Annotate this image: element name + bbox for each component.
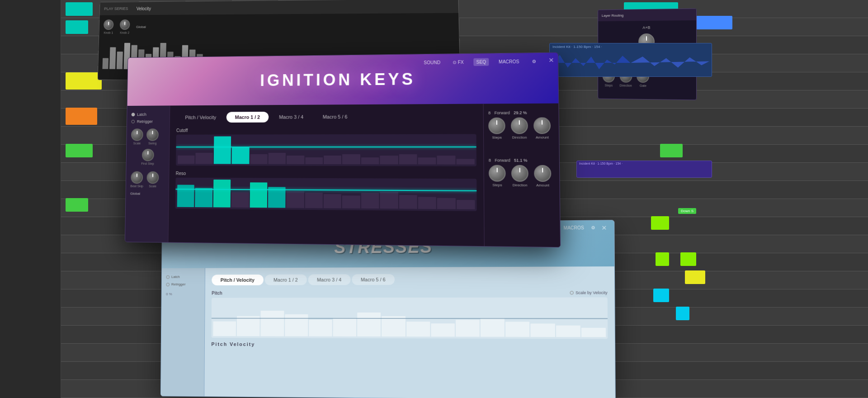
cutoff-cell-15[interactable] [437,156,456,165]
plugin-ignition-keys: SOUND ⊙ FX SEQ MACROS ⚙ IGNITION KEYS La… [125,52,561,247]
reso-cell-9[interactable] [324,194,341,208]
cutoff-cell-1[interactable] [178,156,195,164]
reso-grid [175,178,477,211]
cutoff-knobs-row: Steps Direction Amount [488,117,554,139]
down-label: Down S [678,208,696,214]
scale-by-velocity-label: Scale by Velocity [576,290,608,295]
pitch-cell-16[interactable] [581,327,606,337]
reso-cell-3-active[interactable] [213,180,231,208]
secondary-retrigger-radio[interactable] [166,283,170,286]
swing-knob[interactable] [146,128,159,141]
cutoff-cell-13[interactable] [399,154,417,164]
scale-velocity-radio[interactable] [570,291,574,294]
close-button[interactable]: ✕ [548,57,554,64]
pitch-cell-1[interactable] [213,322,236,336]
pitch-cell-3[interactable] [261,311,284,336]
nav-seq[interactable]: SEQ [473,58,489,66]
reso-cell-14[interactable] [418,197,436,209]
reso-amount-knob-label-group: Amount [534,165,551,188]
cutoff-cell-8[interactable] [305,157,323,164]
secondary-latch-radio[interactable] [166,275,170,279]
amount-label-cutoff: Amount [536,135,549,139]
reso-cell-5[interactable] [250,182,267,208]
pitch-cell-5[interactable] [309,320,332,336]
nav-sound[interactable]: SOUND [421,59,443,67]
cutoff-cell-3-active[interactable] [213,136,231,164]
sidebar-controls: Latch Retrigger Scale Swing [130,112,165,196]
reso-cell-8[interactable] [305,193,323,208]
reso-cell-15[interactable] [437,198,456,209]
cutoff-cell-4-active[interactable] [232,147,250,164]
cutoff-cell-12[interactable] [380,156,398,164]
secondary-tab-macro-3-4[interactable]: Macro 3 / 4 [308,274,350,285]
knob-1[interactable] [104,19,114,30]
first-step-label: First Step [141,162,154,165]
pitch-cell-13[interactable] [505,322,530,337]
nav-macros[interactable]: MACROS [496,58,522,66]
tab-macro-5-6[interactable]: Macro 5 / 6 [314,111,357,122]
cutoff-direction-knob[interactable] [511,117,528,134]
reso-cell-2[interactable] [195,188,212,207]
scale-knob[interactable] [131,128,143,141]
reso-cell-16[interactable] [457,200,475,209]
secondary-sidebar-controls: Latch Retrigger 0 % [166,275,200,296]
cutoff-cell-6[interactable] [268,153,286,164]
tab-pitch-velocity[interactable]: Pitch / Velocity [176,112,225,123]
reso-cell-11[interactable] [361,193,379,208]
pitch-cell-11[interactable] [456,320,480,336]
cutoff-cell-16[interactable] [456,159,475,165]
reso-amount-knob[interactable] [534,165,551,182]
cutoff-cell-7[interactable] [287,156,304,164]
nav-settings[interactable]: ⚙ [529,57,539,65]
reso-cell-12[interactable] [380,192,398,209]
tab-macro-3-4[interactable]: Macro 3 / 4 [270,112,312,123]
cutoff-amount-knob[interactable] [533,117,551,134]
secondary-nav-settings[interactable]: ⚙ [591,225,595,230]
pitch-cell-7[interactable] [357,313,381,336]
reso-cell-10[interactable] [342,195,360,208]
reso-cell-13[interactable] [399,195,417,208]
scale-knob-2[interactable] [146,171,159,184]
cutoff-cell-10[interactable] [342,154,360,164]
cutoff-cell-11[interactable] [361,157,379,165]
first-step-knob[interactable] [142,149,154,161]
reso-direction-knob[interactable] [511,165,528,182]
pitch-cell-14[interactable] [531,324,555,337]
knob-2[interactable] [120,19,130,30]
pitch-cell-2[interactable] [237,316,260,336]
cutoff-cell-9[interactable] [324,156,341,164]
secondary-body: Latch Retrigger 0 % Pitch / Velocity Mac… [161,266,615,398]
reso-cell-7[interactable] [287,191,304,208]
incident-kit-label-2: Incident Kit · 1-150 Bpm · 154 · [577,161,712,166]
cutoff-cell-5[interactable] [250,154,268,164]
steps-label-reso: Steps [492,183,502,187]
nav-fx[interactable]: ⊙ FX [450,58,466,66]
beat-skip-knob[interactable] [131,171,143,184]
tab-macro-1-2[interactable]: Macro 1 / 2 [226,112,269,123]
secondary-tab-pitch-velocity[interactable]: Pitch / Velocity [212,275,263,285]
reso-direction-knob-label-group: Direction [511,165,528,187]
pitch-cell-15[interactable] [556,326,580,337]
cutoff-cell-2[interactable] [196,153,213,164]
secondary-nav-macros[interactable]: MACROS [564,225,584,230]
pitch-cell-6[interactable] [333,318,356,336]
knob-group-2: Knob 2 [120,19,130,34]
track-block [66,198,88,212]
pitch-cell-8[interactable] [382,316,405,336]
beat-skip-knob-group: Beat Skip [130,171,143,188]
pitch-cell-10[interactable] [431,323,455,336]
pitch-cell-9[interactable] [406,322,430,336]
reso-cell-4[interactable] [231,192,249,208]
cutoff-steps-knob[interactable] [488,118,505,134]
cutoff-cell-14[interactable] [418,157,436,165]
topright-layer-routing: Layer Routing [602,14,624,18]
secondary-close-button[interactable]: ✕ [601,224,607,232]
latch-radio[interactable] [132,113,135,116]
reso-steps-knob[interactable] [489,165,506,182]
pitch-cell-12[interactable] [481,318,505,337]
ignition-keys-tabs: Pitch / Velocity Macro 1 / 2 Macro 3 / 4… [176,111,476,123]
retrigger-radio[interactable] [131,120,135,123]
cutoff-steps-num: 8 [488,111,491,115]
secondary-tab-macro-1-2[interactable]: Macro 1 / 2 [264,275,307,285]
secondary-tab-macro-5-6[interactable]: Macro 5 / 6 [352,274,395,285]
